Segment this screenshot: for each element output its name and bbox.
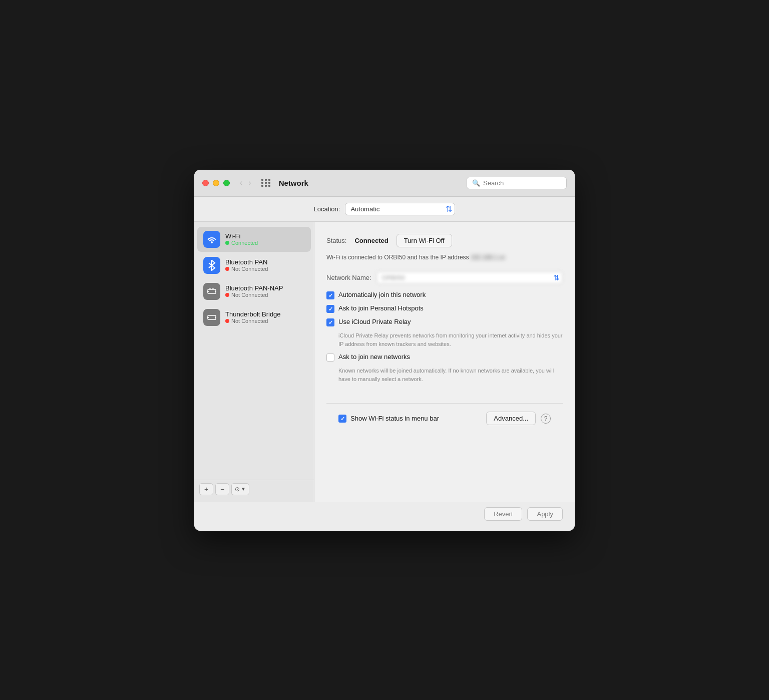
search-icon: 🔍 (472, 179, 480, 187)
icloud-relay-row: ✓ Use iCloud Private Relay (326, 318, 563, 326)
icloud-relay-checkbox[interactable]: ✓ (326, 318, 334, 326)
sidebar-list: Wi-Fi Connected Blue (194, 226, 314, 480)
back-button[interactable]: ‹ (238, 177, 244, 188)
dropdown-arrow: ▼ (241, 486, 246, 492)
checkmark-icon: ✓ (328, 319, 333, 326)
thunderbolt-bridge-name: Thunderbolt Bridge (225, 310, 281, 318)
sidebar-item-bluetooth-pan-nap[interactable]: Bluetooth PAN-NAP Not Connected (197, 279, 311, 304)
bluetooth-pan-nap-status-dot (225, 293, 229, 297)
status-label: Status: (326, 237, 346, 244)
icloud-relay-description: iCloud Private Relay prevents networks f… (338, 331, 563, 348)
traffic-lights (202, 180, 230, 186)
checkmark-icon: ✓ (340, 416, 345, 422)
network-name-input[interactable] (376, 271, 563, 284)
wifi-icon (207, 235, 217, 243)
svg-rect-0 (208, 289, 216, 293)
thunderbolt-icon-bg (203, 309, 220, 326)
status-row: Status: Connected Turn Wi-Fi Off (326, 234, 563, 247)
location-label: Location: (314, 205, 340, 213)
bluetooth-pan-status: Not Connected (225, 266, 268, 272)
detail-panel: Status: Connected Turn Wi-Fi Off Wi-Fi i… (314, 222, 575, 502)
bluetooth-pan-nap-name: Bluetooth PAN-NAP (225, 284, 283, 292)
location-select-wrapper: Automatic ⇅ (345, 203, 455, 215)
ip-address: 192.168.1.xx (471, 253, 505, 262)
ethernet-icon (207, 288, 217, 295)
location-bar: Location: Automatic ⇅ (194, 197, 575, 222)
footer-buttons: Revert Apply (194, 502, 575, 531)
thunderbolt-bridge-info: Thunderbolt Bridge Not Connected (225, 310, 281, 324)
forward-button[interactable]: › (246, 177, 253, 188)
wifi-status-text: Connected (231, 240, 258, 246)
bluetooth-pan-info: Bluetooth PAN Not Connected (225, 258, 268, 272)
grid-icon[interactable] (261, 179, 271, 187)
wifi-status-dot (225, 241, 229, 245)
new-networks-checkbox[interactable] (326, 354, 334, 362)
add-network-button[interactable]: + (199, 483, 213, 495)
help-button[interactable]: ? (541, 414, 551, 424)
close-button[interactable] (202, 180, 209, 186)
remove-network-button[interactable]: − (215, 483, 229, 495)
search-input[interactable] (483, 179, 561, 187)
sidebar-item-wifi[interactable]: Wi-Fi Connected (197, 227, 311, 252)
personal-hotspot-checkbox[interactable]: ✓ (326, 305, 334, 313)
bottom-bar: ✓ Show Wi-Fi status in menu bar Advanced… (326, 403, 563, 433)
bluetooth-pan-nap-status: Not Connected (225, 292, 283, 298)
thunderbolt-bridge-status: Not Connected (225, 318, 281, 324)
wifi-icon-bg (203, 231, 220, 248)
bluetooth-pan-nap-icon-bg (203, 283, 220, 300)
status-description: Wi-Fi is connected to ORBI50 and has the… (326, 253, 563, 262)
wifi-name: Wi-Fi (225, 232, 258, 240)
sidebar: Wi-Fi Connected Blue (194, 222, 314, 502)
thunderbolt-icon (207, 314, 217, 321)
auto-join-checkbox[interactable]: ✓ (326, 291, 334, 299)
new-networks-row: Ask to join new networks (326, 353, 563, 362)
show-status-label: Show Wi-Fi status in menu bar (350, 415, 439, 422)
sidebar-actions: + − ⊙ ▼ (194, 480, 314, 498)
turn-wifi-off-button[interactable]: Turn Wi-Fi Off (397, 234, 452, 247)
show-status-row: ✓ Show Wi-Fi status in menu bar (338, 414, 481, 423)
main-content: Wi-Fi Connected Blue (194, 222, 575, 502)
network-name-label: Network Name: (326, 274, 371, 281)
thunderbolt-bridge-status-dot (225, 319, 229, 323)
minimize-button[interactable] (213, 180, 219, 186)
titlebar: ‹ › Network 🔍 (194, 170, 575, 197)
personal-hotspot-label: Ask to join Personal Hotspots (338, 304, 424, 312)
svg-rect-3 (208, 315, 216, 319)
nav-buttons: ‹ › (238, 177, 253, 188)
network-name-input-wrapper: ⇅ (376, 271, 563, 284)
bluetooth-pan-name: Bluetooth PAN (225, 258, 268, 266)
bluetooth-icon (208, 260, 216, 271)
maximize-button[interactable] (223, 180, 230, 186)
status-value: Connected (354, 237, 388, 244)
auto-join-label: Automatically join this network (338, 291, 426, 298)
action-dropdown[interactable]: ⊙ ▼ (231, 483, 249, 495)
status-description-text: Wi-Fi is connected to ORBI50 and has the… (326, 254, 469, 261)
advanced-button[interactable]: Advanced... (486, 412, 536, 425)
location-select[interactable]: Automatic (345, 203, 455, 215)
bluetooth-pan-nap-status-text: Not Connected (231, 292, 268, 298)
new-networks-label: Ask to join new networks (338, 353, 410, 361)
checkmark-icon: ✓ (328, 306, 333, 312)
wifi-info: Wi-Fi Connected (225, 232, 258, 246)
apply-button[interactable]: Apply (527, 507, 563, 521)
sidebar-item-thunderbolt-bridge[interactable]: Thunderbolt Bridge Not Connected (197, 305, 311, 330)
wifi-status: Connected (225, 240, 258, 246)
network-name-row: Network Name: ⇅ (326, 271, 563, 284)
action-icon: ⊙ (235, 486, 240, 493)
bluetooth-icon-bg (203, 257, 220, 274)
window-title: Network (279, 179, 308, 187)
sidebar-item-bluetooth-pan[interactable]: Bluetooth PAN Not Connected (197, 253, 311, 278)
revert-button[interactable]: Revert (484, 507, 522, 521)
new-networks-description: Known networks will be joined automatica… (338, 367, 563, 383)
personal-hotspot-row: ✓ Ask to join Personal Hotspots (326, 304, 563, 313)
auto-join-row: ✓ Automatically join this network (326, 291, 563, 299)
thunderbolt-bridge-status-text: Not Connected (231, 318, 268, 324)
bluetooth-pan-status-dot (225, 267, 229, 271)
show-status-checkbox[interactable]: ✓ (338, 415, 346, 423)
network-preferences-window: ‹ › Network 🔍 Location: Automatic ⇅ (194, 170, 575, 531)
icloud-relay-label: Use iCloud Private Relay (338, 318, 411, 325)
bluetooth-pan-nap-info: Bluetooth PAN-NAP Not Connected (225, 284, 283, 298)
search-box[interactable]: 🔍 (467, 177, 567, 189)
checkmark-icon: ✓ (328, 292, 333, 299)
bluetooth-pan-status-text: Not Connected (231, 266, 268, 272)
